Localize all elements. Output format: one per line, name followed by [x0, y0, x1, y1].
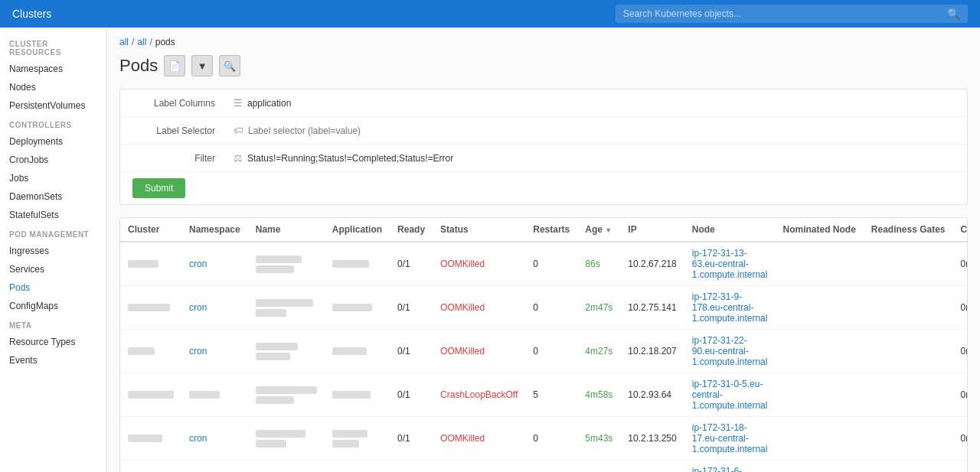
filter-text: Status!=Running;Status!=Completed;Status…: [247, 153, 453, 164]
cell-status: Terminating: [433, 461, 525, 473]
cell-age: 5m43s: [577, 417, 620, 461]
cell-application: [325, 330, 390, 373]
cell-node: ip-172-31-18-17.eu-central-1.compute.int…: [684, 417, 776, 461]
pod-management-section: POD MANAGEMENT: [0, 224, 106, 242]
cell-age: 4m27s: [577, 330, 620, 373]
col-age[interactable]: Age ▼: [577, 218, 620, 242]
namespace-link[interactable]: cron: [189, 433, 207, 444]
cell-cpu: 0m: [953, 242, 968, 286]
cell-status: OOMKilled: [433, 417, 525, 461]
table-row: cron 0/1 OOMKilled 0 2m47s 10.2.75.141 i…: [120, 286, 968, 330]
cell-ip: 10.2.67.218: [620, 242, 684, 286]
breadcrumb-all1[interactable]: all: [119, 37, 129, 47]
cell-application: [325, 417, 390, 461]
sidebar-item-cronjobs[interactable]: CronJobs: [0, 151, 106, 169]
sidebar-item-persistentvolumes[interactable]: PersistentVolumes: [0, 96, 106, 115]
cell-nominated-node: [775, 461, 863, 473]
submit-container: Submit: [120, 172, 967, 204]
cell-node: ip-172-31-22-90.eu-central-1.compute.int…: [684, 330, 776, 373]
namespace-link[interactable]: cron: [189, 346, 207, 356]
tag-icon: 🏷: [234, 125, 243, 136]
node-link[interactable]: ip-172-31-0-5.eu-central-1.compute.inter…: [692, 379, 768, 411]
cell-ip: 10.2.75.141: [620, 286, 684, 330]
col-status: Status: [433, 218, 525, 242]
col-application: Application: [325, 218, 390, 242]
cell-name: [248, 417, 325, 461]
controllers-section: CONTROLLERS: [0, 115, 106, 132]
node-link[interactable]: ip-172-31-22-90.eu-central-1.compute.int…: [692, 335, 768, 367]
sidebar-item-namespaces[interactable]: Namespaces: [0, 60, 106, 78]
search-pods-button[interactable]: 🔍: [219, 55, 240, 76]
col-namespace: Namespace: [181, 218, 248, 242]
download-button[interactable]: ▼: [191, 55, 213, 76]
cell-cluster: [120, 286, 181, 330]
topbar: Clusters 🔍: [0, 0, 980, 28]
table-row: cron 0/1 OOMKilled 0 86s 10.2.67.218 ip-…: [120, 242, 968, 286]
cell-namespace: [181, 373, 248, 417]
sidebar-item-daemonsets[interactable]: DaemonSets: [0, 187, 106, 206]
cell-application: [325, 373, 390, 417]
breadcrumb-current: pods: [155, 37, 175, 47]
cell-restarts: 0: [525, 417, 577, 461]
cell-name: [248, 330, 325, 373]
cell-application: [325, 461, 390, 473]
col-cluster: Cluster: [120, 218, 181, 242]
cell-ready: 0/1: [390, 417, 433, 461]
cell-node: ip-172-31-13-63.eu-central-1.compute.int…: [684, 242, 776, 286]
cell-readiness-gates: [864, 461, 953, 473]
sidebar-item-deployments[interactable]: Deployments: [0, 132, 106, 151]
sidebar-item-jobs[interactable]: Jobs: [0, 169, 106, 187]
cell-readiness-gates: [864, 417, 953, 461]
docs-button[interactable]: 📄: [164, 55, 185, 76]
sidebar-item-services[interactable]: Services: [0, 260, 106, 278]
cell-ready: 1/1: [390, 461, 433, 473]
namespace-link[interactable]: cron: [189, 302, 207, 313]
cell-nominated-node: [775, 417, 863, 461]
label-selector-label: Label Selector: [120, 125, 227, 136]
cell-cluster: [120, 373, 181, 417]
col-ready: Ready: [390, 218, 433, 242]
filter-icon: ⚖: [234, 152, 243, 164]
cell-readiness-gates: [864, 373, 953, 417]
cell-readiness-gates: [864, 286, 953, 330]
sidebar-item-ingresses[interactable]: Ingresses: [0, 242, 106, 260]
cell-ip: 10.2.229.7: [620, 461, 684, 473]
cell-age: 86s: [577, 242, 620, 286]
col-nominated-node: Nominated Node: [775, 218, 863, 242]
cell-nominated-node: [775, 286, 863, 330]
breadcrumb-all2[interactable]: all: [137, 37, 146, 47]
submit-button[interactable]: Submit: [132, 178, 185, 198]
col-restarts: Restarts: [525, 218, 577, 242]
pods-table-wrapper: Cluster Namespace Name Application Ready…: [119, 217, 968, 472]
search-bar[interactable]: 🔍: [616, 5, 968, 23]
cell-nominated-node: [775, 330, 863, 373]
sidebar-item-configmaps[interactable]: ConfigMaps: [0, 297, 106, 315]
label-columns-label: Label Columns: [120, 98, 227, 109]
pods-table: Cluster Namespace Name Application Ready…: [120, 218, 968, 472]
sidebar-item-statefulsets[interactable]: StatefulSets: [0, 206, 106, 224]
cell-namespace: cron: [181, 242, 248, 286]
cell-node: ip-172-31-6-50.eu-central-1.compute.inte…: [684, 461, 776, 473]
cell-cpu: 905m: [953, 461, 968, 473]
node-link[interactable]: ip-172-31-13-63.eu-central-1.compute.int…: [692, 248, 768, 280]
cell-age: 2m47s: [577, 286, 620, 330]
breadcrumb: all / all / pods: [119, 37, 968, 47]
table-row: 1/1 Terminating 0 6m55s 10.2.229.7 ip-17…: [120, 461, 968, 473]
label-selector-value[interactable]: 🏷: [227, 122, 967, 139]
label-selector-row: Label Selector 🏷: [120, 117, 967, 145]
search-input[interactable]: [623, 8, 942, 19]
cell-name: [248, 242, 325, 286]
node-link[interactable]: ip-172-31-18-17.eu-central-1.compute.int…: [692, 422, 768, 454]
label-selector-input[interactable]: [248, 125, 961, 136]
node-link[interactable]: ip-172-31-9-178.eu-central-1.compute.int…: [692, 291, 768, 324]
sidebar-item-events[interactable]: Events: [0, 351, 106, 369]
namespace-link[interactable]: cron: [189, 259, 207, 269]
node-link[interactable]: ip-172-31-6-50.eu-central-1.compute.inte…: [692, 466, 768, 472]
search-icon: 🔍: [947, 8, 960, 20]
cell-restarts: 0: [525, 242, 577, 286]
sidebar-item-resource-types[interactable]: Resource Types: [0, 333, 106, 351]
sidebar-item-nodes[interactable]: Nodes: [0, 78, 106, 96]
cell-ready: 0/1: [390, 330, 433, 373]
cluster-resources-section: CLUSTER RESOURCES: [0, 34, 106, 60]
sidebar-item-pods[interactable]: Pods: [0, 278, 106, 297]
